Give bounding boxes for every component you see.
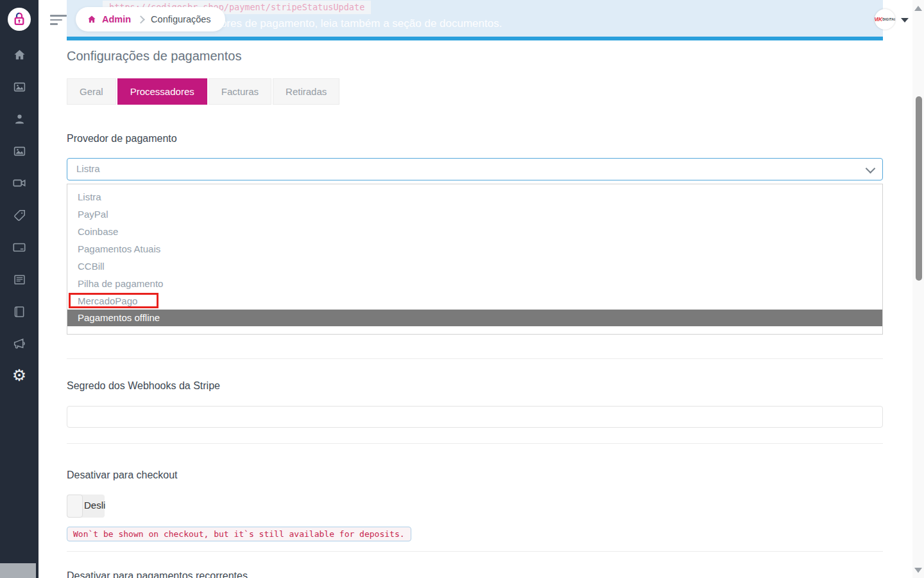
webhook-secret-input[interactable] xyxy=(67,406,883,428)
divider xyxy=(67,443,883,444)
tab-geral[interactable]: Geral xyxy=(67,78,116,105)
chevron-right-icon xyxy=(137,15,145,24)
user-menu-caret-icon[interactable] xyxy=(901,18,909,22)
home-icon[interactable] xyxy=(0,47,38,62)
newspaper-icon[interactable] xyxy=(0,272,38,287)
provider-dropdown: Listra PayPal Coinbase Pagamentos Atuais… xyxy=(67,184,883,335)
panel-top-border xyxy=(67,37,883,40)
breadcrumb-current: Configurações xyxy=(151,14,211,24)
breadcrumb-admin-link[interactable]: Admin xyxy=(102,14,131,24)
provider-label: Provedor de pagamento xyxy=(67,133,177,144)
provider-select[interactable]: Listra xyxy=(67,158,883,180)
gear-icon[interactable]: ⚙ xyxy=(0,368,38,383)
scrollbar xyxy=(912,0,924,578)
divider xyxy=(67,358,883,359)
breadcrumb: Admin Configurações xyxy=(76,7,225,31)
brand-logo[interactable] xyxy=(8,8,31,31)
alert-text: ssadores de pagamento, leia também a seç… xyxy=(198,17,502,30)
scroll-up-icon[interactable] xyxy=(914,6,922,11)
scrollbar-thumb[interactable] xyxy=(916,96,922,281)
provider-select-value: Listra xyxy=(67,159,882,179)
divider xyxy=(67,551,883,552)
video-icon[interactable] xyxy=(0,175,38,191)
tag-icon[interactable] xyxy=(0,207,38,223)
scroll-down-icon[interactable] xyxy=(914,568,922,573)
credit-card-icon[interactable] xyxy=(0,240,38,255)
tab-processadores[interactable]: Processadores xyxy=(117,78,207,105)
option-pagamentos-offline[interactable]: Pagamentos offline xyxy=(67,310,882,326)
gallery-icon[interactable] xyxy=(0,79,38,94)
toggle-handle xyxy=(67,495,83,518)
option-listra[interactable]: Listra xyxy=(67,188,882,206)
book-icon[interactable] xyxy=(0,304,38,319)
option-pagamentos-atuais[interactable]: Pagamentos Atuais xyxy=(67,240,882,258)
option-ccbill[interactable]: CCBill xyxy=(67,258,882,275)
disable-checkout-label: Desativar para checkout xyxy=(67,469,178,481)
sidebar: ⚙ xyxy=(0,0,38,578)
toggle-state-label: Desli xyxy=(84,500,105,511)
avatar-logo-mk: MK xyxy=(875,16,882,22)
option-coinbase[interactable]: Coinbase xyxy=(67,223,882,240)
breadcrumb-home-icon[interactable] xyxy=(87,15,96,24)
checkout-note: Won`t be shown on checkout, but it`s sti… xyxy=(67,527,411,541)
user-icon[interactable] xyxy=(0,111,38,127)
disable-recurring-label: Desativar para pagamentos recorrentes xyxy=(67,570,248,578)
avatar-logo-digital: DIGITAL xyxy=(882,17,895,21)
option-pilha-de-pagamento[interactable]: Pilha de pagamento xyxy=(67,275,882,292)
page-title: Configurações de pagamentos xyxy=(67,49,241,64)
webhook-secret-label: Segredo dos Webhooks da Stripe xyxy=(67,380,220,392)
gallery-alt-icon[interactable] xyxy=(0,143,38,159)
user-avatar[interactable]: MK DIGITAL xyxy=(875,9,895,30)
option-mercadopago[interactable]: MercadoPago xyxy=(67,292,882,310)
admin-payment-settings-page: ⚙ https://codigosbr.shop/payment/stripeS… xyxy=(0,0,924,578)
tab-retiradas[interactable]: Retiradas xyxy=(273,78,339,105)
lock-icon xyxy=(11,11,28,28)
megaphone-icon[interactable] xyxy=(0,336,38,351)
option-paypal[interactable]: PayPal xyxy=(67,206,882,223)
tab-facturas[interactable]: Facturas xyxy=(209,78,271,105)
menu-toggle-icon[interactable] xyxy=(50,15,67,28)
sidebar-footer-block xyxy=(0,563,36,578)
disable-checkout-toggle[interactable]: Desli xyxy=(67,495,105,518)
tab-bar: Geral Processadores Facturas Retiradas xyxy=(67,78,339,105)
